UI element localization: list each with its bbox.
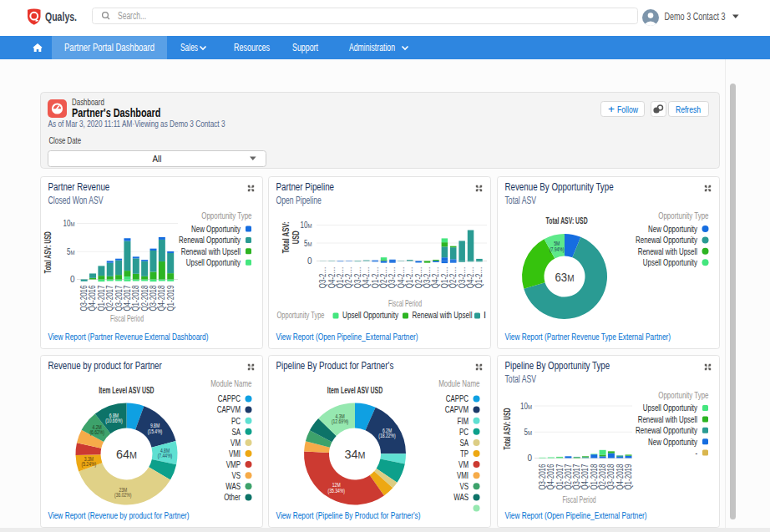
svg-text:Q2-2…: Q2-2… [414,267,423,289]
svg-text:Q2-2017: Q2-2017 [105,285,114,311]
svg-text:Partner Pipeline: Partner Pipeline [276,180,335,193]
svg-text:63M: 63M [555,271,575,284]
svg-text:Administration: Administration [349,42,395,53]
svg-text:FIM: FIM [457,416,469,426]
svg-text:Q4-2…: Q4-2… [431,267,440,289]
svg-text:VS: VS [459,481,469,491]
svg-text:(10.66%): (10.66%) [105,418,122,424]
svg-text:Pipeline By Product for Partne: Pipeline By Product for Partner's [276,359,394,372]
svg-text:Search...: Search... [118,10,146,22]
svg-text:Total ASV: USD: Total ASV: USD [503,408,512,450]
svg-text:Q3-2018: Q3-2018 [149,285,158,311]
svg-text:Fiscal Period: Fiscal Period [388,298,422,308]
svg-text:Q1-2…: Q1-2… [440,267,449,289]
svg-text:Q1-2019: Q1-2019 [166,285,175,311]
svg-text:0: 0 [307,256,312,266]
svg-text:Fiscal Period: Fiscal Period [110,313,144,323]
svg-text:10M: 10M [63,219,75,228]
svg-text:VS: VS [231,470,241,480]
svg-text:Q2-2…: Q2-2… [344,267,353,289]
svg-text:Total ASV: Total ASV [505,373,537,385]
svg-text:View Report (Partner Revenue E: View Report (Partner Revenue External Da… [48,332,209,342]
svg-text:Partner's Dashboard: Partner's Dashboard [72,106,161,119]
svg-text:Opportunity Type: Opportunity Type [277,310,325,320]
svg-text:New Opportunity: New Opportunity [648,437,697,447]
svg-text:Renewal with Upsell: Renewal with Upsell [638,246,697,256]
svg-text:(36.02%): (36.02%) [114,492,131,499]
svg-text:Support: Support [292,42,318,53]
svg-text:View Report (Partner Revenue T: View Report (Partner Revenue Type Extern… [505,332,671,342]
svg-text:Renewal Opportunity: Renewal Opportunity [636,425,697,435]
svg-text:Q1-2…: Q1-2… [371,267,380,289]
svg-text:Q4-2018: Q4-2018 [157,285,166,311]
svg-text:Q1-2018: Q1-2018 [131,285,140,311]
svg-text:Q1-2…: Q1-2… [474,267,484,289]
svg-text:Q4-2…: Q4-2… [466,267,475,289]
svg-text:Q1-2017: Q1-2017 [97,285,106,311]
svg-text:Partner Portal Dashboard: Partner Portal Dashboard [64,42,155,53]
svg-text:0: 0 [527,453,532,463]
svg-text:All: All [153,154,162,164]
svg-text:View Report (Revenue by produc: View Report (Revenue by product for Part… [48,510,190,520]
svg-text:Open Pipeline: Open Pipeline [276,195,322,206]
svg-text:Q3-2016: Q3-2016 [79,285,89,311]
svg-text:Opportunity Type: Opportunity Type [658,210,708,220]
svg-text:(12.69%): (12.69%) [332,418,348,425]
svg-text:10M: 10M [301,220,312,230]
svg-text:(6.62%): (6.62%) [89,429,104,436]
svg-text:Opportunity Type: Opportunity Type [658,390,708,400]
svg-text:Q3-2…: Q3-2… [458,267,467,289]
svg-text:Q3-2…: Q3-2… [388,267,397,289]
svg-text:Upsell Opportunity: Upsell Opportunity [643,257,698,267]
svg-text:Total ASV: USD: Total ASV: USD [43,231,53,273]
svg-text:Sales: Sales [180,42,198,53]
svg-text:(5.24%): (5.24%) [82,461,97,468]
svg-text:PC: PC [459,427,469,437]
svg-text:WAS: WAS [453,492,469,502]
svg-text:Close Date: Close Date [49,135,82,145]
svg-text:VMI: VMI [457,470,469,480]
svg-text:Upsell Opportunity: Upsell Opportunity [643,403,698,413]
svg-text:Other: Other [224,492,241,502]
svg-text:VM: VM [458,459,469,469]
svg-text:New Opportunity: New Opportunity [648,224,697,234]
svg-text:(7.94%): (7.94%) [550,246,565,253]
svg-text:Q4-2…: Q4-2… [397,267,406,289]
svg-text:Upsell Opportunity: Upsell Opportunity [186,257,241,267]
svg-text:Q4-2…: Q4-2… [327,267,337,289]
svg-text:View Report (Open Pipeline_Ext: View Report (Open Pipeline_External Part… [276,332,418,342]
svg-text:Q3-2…: Q3-2… [353,267,362,289]
svg-text:-: - [695,448,697,458]
svg-text:CAPPC: CAPPC [446,393,469,403]
svg-text:View Report (Open Pipeline_Ext: View Report (Open Pipeline_External Part… [505,510,647,520]
svg-text:PC: PC [231,416,241,426]
svg-text:CAPPC: CAPPC [218,393,241,403]
svg-text:5M: 5M [67,247,75,256]
svg-text:Total ASV:: Total ASV: [281,221,291,253]
svg-text:Renewal Opportunity: Renewal Opportunity [636,235,697,245]
svg-text:Total ASV: Total ASV [505,195,537,206]
svg-text:(35.34%): (35.34%) [328,488,345,494]
svg-text:Pipeline By Opportunity Type: Pipeline By Opportunity Type [505,359,610,372]
svg-text:CAPVM: CAPVM [217,404,241,414]
svg-text:VM: VM [230,438,241,448]
svg-text:Q2-2…: Q2-2… [448,267,458,289]
svg-text:Q2-2…: Q2-2… [379,267,388,289]
svg-text:SA: SA [459,438,469,448]
svg-text:Follow: Follow [617,104,639,114]
svg-text:Revenue By Opportunity Type: Revenue By Opportunity Type [505,180,614,193]
svg-text:Fiscal Period: Fiscal Period [563,494,596,504]
svg-text:Q4-2017: Q4-2017 [123,285,132,311]
svg-text:Item Level ASV USD: Item Level ASV USD [99,386,155,395]
svg-text:(15.4%): (15.4%) [148,428,163,435]
svg-text:As of Mar 3, 2020 11:11 AM·Vie: As of Mar 3, 2020 11:11 AM·Viewing as De… [48,119,225,129]
svg-text:Upsell Opportunity: Upsell Opportunity [342,310,398,320]
svg-text:Resources: Resources [234,42,270,53]
svg-text:Renewal with Upsell: Renewal with Upsell [181,246,241,256]
svg-text:Qualys.: Qualys. [45,10,77,23]
svg-text:SA: SA [231,427,241,437]
svg-text:New Opportunity: New Opportunity [191,224,241,234]
svg-text:Q3-2…: Q3-2… [423,267,432,289]
svg-text:Total ASV: USD: Total ASV: USD [546,216,588,225]
svg-text:Renewal Opportunity: Renewal Opportunity [179,235,241,245]
